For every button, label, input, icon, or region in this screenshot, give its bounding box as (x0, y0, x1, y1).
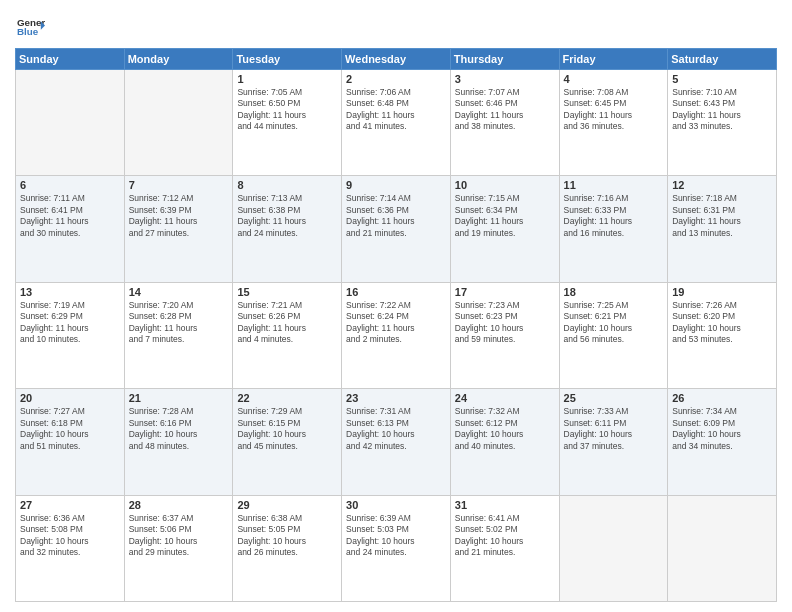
day-number: 14 (129, 286, 229, 298)
weekday-header-monday: Monday (124, 49, 233, 70)
day-info: Sunrise: 7:15 AM Sunset: 6:34 PM Dayligh… (455, 193, 555, 239)
day-info: Sunrise: 6:37 AM Sunset: 5:06 PM Dayligh… (129, 513, 229, 559)
day-number: 8 (237, 179, 337, 191)
calendar-cell: 9Sunrise: 7:14 AM Sunset: 6:36 PM Daylig… (342, 176, 451, 282)
day-info: Sunrise: 7:29 AM Sunset: 6:15 PM Dayligh… (237, 406, 337, 452)
calendar-cell: 8Sunrise: 7:13 AM Sunset: 6:38 PM Daylig… (233, 176, 342, 282)
day-number: 18 (564, 286, 664, 298)
day-number: 22 (237, 392, 337, 404)
calendar-cell: 15Sunrise: 7:21 AM Sunset: 6:26 PM Dayli… (233, 282, 342, 388)
page-container: General Blue SundayMondayTuesdayWednesda… (0, 0, 792, 612)
day-info: Sunrise: 7:12 AM Sunset: 6:39 PM Dayligh… (129, 193, 229, 239)
day-info: Sunrise: 7:25 AM Sunset: 6:21 PM Dayligh… (564, 300, 664, 346)
calendar-cell: 23Sunrise: 7:31 AM Sunset: 6:13 PM Dayli… (342, 389, 451, 495)
day-number: 6 (20, 179, 120, 191)
day-info: Sunrise: 7:27 AM Sunset: 6:18 PM Dayligh… (20, 406, 120, 452)
calendar-cell (559, 495, 668, 601)
calendar-week-row: 6Sunrise: 7:11 AM Sunset: 6:41 PM Daylig… (16, 176, 777, 282)
day-info: Sunrise: 7:18 AM Sunset: 6:31 PM Dayligh… (672, 193, 772, 239)
calendar-table: SundayMondayTuesdayWednesdayThursdayFrid… (15, 48, 777, 602)
svg-text:Blue: Blue (17, 26, 39, 37)
day-number: 19 (672, 286, 772, 298)
day-info: Sunrise: 6:38 AM Sunset: 5:05 PM Dayligh… (237, 513, 337, 559)
day-info: Sunrise: 7:21 AM Sunset: 6:26 PM Dayligh… (237, 300, 337, 346)
calendar-cell (668, 495, 777, 601)
weekday-header-thursday: Thursday (450, 49, 559, 70)
day-info: Sunrise: 7:20 AM Sunset: 6:28 PM Dayligh… (129, 300, 229, 346)
day-info: Sunrise: 7:23 AM Sunset: 6:23 PM Dayligh… (455, 300, 555, 346)
calendar-cell: 18Sunrise: 7:25 AM Sunset: 6:21 PM Dayli… (559, 282, 668, 388)
day-number: 16 (346, 286, 446, 298)
day-info: Sunrise: 6:39 AM Sunset: 5:03 PM Dayligh… (346, 513, 446, 559)
calendar-cell: 29Sunrise: 6:38 AM Sunset: 5:05 PM Dayli… (233, 495, 342, 601)
day-number: 11 (564, 179, 664, 191)
day-number: 15 (237, 286, 337, 298)
calendar-cell: 12Sunrise: 7:18 AM Sunset: 6:31 PM Dayli… (668, 176, 777, 282)
calendar-cell: 25Sunrise: 7:33 AM Sunset: 6:11 PM Dayli… (559, 389, 668, 495)
day-info: Sunrise: 6:36 AM Sunset: 5:08 PM Dayligh… (20, 513, 120, 559)
day-info: Sunrise: 7:16 AM Sunset: 6:33 PM Dayligh… (564, 193, 664, 239)
calendar-cell: 11Sunrise: 7:16 AM Sunset: 6:33 PM Dayli… (559, 176, 668, 282)
day-number: 10 (455, 179, 555, 191)
day-number: 23 (346, 392, 446, 404)
day-number: 20 (20, 392, 120, 404)
day-number: 12 (672, 179, 772, 191)
day-info: Sunrise: 7:33 AM Sunset: 6:11 PM Dayligh… (564, 406, 664, 452)
day-info: Sunrise: 7:14 AM Sunset: 6:36 PM Dayligh… (346, 193, 446, 239)
day-number: 26 (672, 392, 772, 404)
day-info: Sunrise: 7:07 AM Sunset: 6:46 PM Dayligh… (455, 87, 555, 133)
calendar-cell: 17Sunrise: 7:23 AM Sunset: 6:23 PM Dayli… (450, 282, 559, 388)
calendar-cell: 28Sunrise: 6:37 AM Sunset: 5:06 PM Dayli… (124, 495, 233, 601)
day-number: 9 (346, 179, 446, 191)
weekday-header-saturday: Saturday (668, 49, 777, 70)
weekday-header-wednesday: Wednesday (342, 49, 451, 70)
calendar-cell: 26Sunrise: 7:34 AM Sunset: 6:09 PM Dayli… (668, 389, 777, 495)
weekday-header-friday: Friday (559, 49, 668, 70)
calendar-cell: 27Sunrise: 6:36 AM Sunset: 5:08 PM Dayli… (16, 495, 125, 601)
day-info: Sunrise: 7:11 AM Sunset: 6:41 PM Dayligh… (20, 193, 120, 239)
calendar-cell: 24Sunrise: 7:32 AM Sunset: 6:12 PM Dayli… (450, 389, 559, 495)
calendar-cell (124, 70, 233, 176)
day-number: 3 (455, 73, 555, 85)
day-info: Sunrise: 7:34 AM Sunset: 6:09 PM Dayligh… (672, 406, 772, 452)
calendar-cell: 21Sunrise: 7:28 AM Sunset: 6:16 PM Dayli… (124, 389, 233, 495)
calendar-cell: 7Sunrise: 7:12 AM Sunset: 6:39 PM Daylig… (124, 176, 233, 282)
day-number: 5 (672, 73, 772, 85)
weekday-header-row: SundayMondayTuesdayWednesdayThursdayFrid… (16, 49, 777, 70)
calendar-cell: 6Sunrise: 7:11 AM Sunset: 6:41 PM Daylig… (16, 176, 125, 282)
calendar-week-row: 27Sunrise: 6:36 AM Sunset: 5:08 PM Dayli… (16, 495, 777, 601)
logo: General Blue (15, 14, 45, 42)
logo-icon: General Blue (17, 14, 45, 42)
weekday-header-sunday: Sunday (16, 49, 125, 70)
calendar-week-row: 20Sunrise: 7:27 AM Sunset: 6:18 PM Dayli… (16, 389, 777, 495)
calendar-cell (16, 70, 125, 176)
day-info: Sunrise: 7:19 AM Sunset: 6:29 PM Dayligh… (20, 300, 120, 346)
day-number: 1 (237, 73, 337, 85)
calendar-cell: 20Sunrise: 7:27 AM Sunset: 6:18 PM Dayli… (16, 389, 125, 495)
day-info: Sunrise: 7:06 AM Sunset: 6:48 PM Dayligh… (346, 87, 446, 133)
calendar-cell: 19Sunrise: 7:26 AM Sunset: 6:20 PM Dayli… (668, 282, 777, 388)
day-info: Sunrise: 7:26 AM Sunset: 6:20 PM Dayligh… (672, 300, 772, 346)
calendar-cell: 16Sunrise: 7:22 AM Sunset: 6:24 PM Dayli… (342, 282, 451, 388)
calendar-cell: 14Sunrise: 7:20 AM Sunset: 6:28 PM Dayli… (124, 282, 233, 388)
day-number: 27 (20, 499, 120, 511)
day-number: 30 (346, 499, 446, 511)
calendar-cell: 13Sunrise: 7:19 AM Sunset: 6:29 PM Dayli… (16, 282, 125, 388)
day-info: Sunrise: 7:31 AM Sunset: 6:13 PM Dayligh… (346, 406, 446, 452)
calendar-cell: 2Sunrise: 7:06 AM Sunset: 6:48 PM Daylig… (342, 70, 451, 176)
calendar-week-row: 1Sunrise: 7:05 AM Sunset: 6:50 PM Daylig… (16, 70, 777, 176)
calendar-cell: 10Sunrise: 7:15 AM Sunset: 6:34 PM Dayli… (450, 176, 559, 282)
day-number: 2 (346, 73, 446, 85)
calendar-cell: 5Sunrise: 7:10 AM Sunset: 6:43 PM Daylig… (668, 70, 777, 176)
calendar-week-row: 13Sunrise: 7:19 AM Sunset: 6:29 PM Dayli… (16, 282, 777, 388)
day-number: 29 (237, 499, 337, 511)
day-number: 13 (20, 286, 120, 298)
day-number: 17 (455, 286, 555, 298)
day-number: 4 (564, 73, 664, 85)
calendar-cell: 4Sunrise: 7:08 AM Sunset: 6:45 PM Daylig… (559, 70, 668, 176)
calendar-cell: 30Sunrise: 6:39 AM Sunset: 5:03 PM Dayli… (342, 495, 451, 601)
calendar-cell: 3Sunrise: 7:07 AM Sunset: 6:46 PM Daylig… (450, 70, 559, 176)
day-info: Sunrise: 7:28 AM Sunset: 6:16 PM Dayligh… (129, 406, 229, 452)
day-number: 7 (129, 179, 229, 191)
day-number: 24 (455, 392, 555, 404)
